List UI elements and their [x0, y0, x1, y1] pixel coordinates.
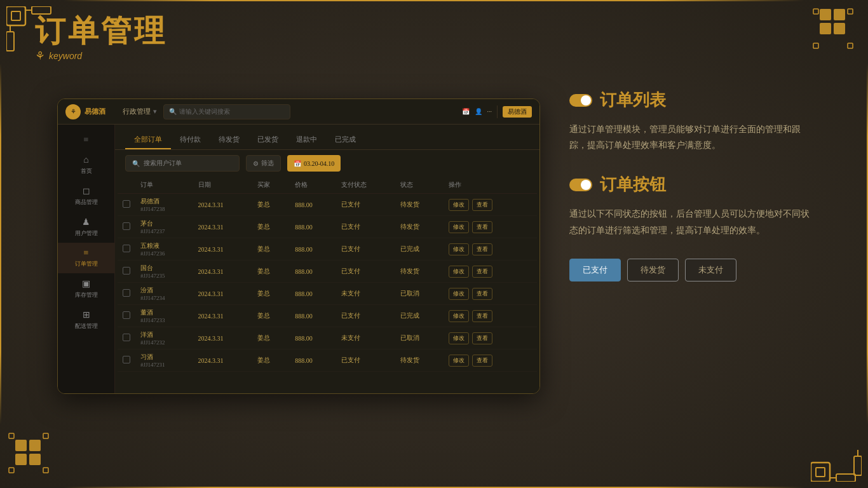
- sidebar-item-products[interactable]: ◻ 商品管理: [58, 180, 114, 212]
- table-row: 董酒 #JJ147233 2024.3.31 姜总 888.00 已支付 已完成…: [118, 305, 537, 327]
- view-btn-6[interactable]: 查看: [472, 332, 492, 344]
- edit-btn-7[interactable]: 修改: [449, 355, 469, 367]
- order-table-wrapper: 订单 日期 买家 价格 支付状态 状态 操作 易德酒 #JJ147238 20: [115, 177, 539, 372]
- row-status-3: 待发货: [395, 261, 444, 283]
- row-order-5: 董酒 #JJ147233: [135, 305, 193, 327]
- row-pay-status-2: 已支付: [336, 238, 395, 261]
- th-buyer: 买家: [252, 177, 290, 194]
- sidebar-item-home[interactable]: ⌂ 首页: [58, 150, 114, 180]
- corner-bl-decoration: [6, 431, 57, 482]
- edit-btn-4[interactable]: 修改: [449, 288, 469, 300]
- table-row: 国台 #JJ147235 2024.3.31 姜总 888.00 已支付 待发货…: [118, 261, 537, 283]
- search-icon-small: 🔍: [132, 160, 140, 167]
- page-title: 订单管理: [35, 16, 167, 46]
- app-body: ≡ ⌂ 首页 ◻ 商品管理 ♟ 用户管理 ≡ 订单管理 ▣ 库存管理: [58, 125, 539, 393]
- sidebar-item-orders[interactable]: ≡ 订单管理: [58, 243, 114, 273]
- edit-btn-5[interactable]: 修改: [449, 310, 469, 322]
- row-actions-4: 修改 查看: [444, 283, 537, 305]
- section1-header: 订单列表: [569, 89, 811, 111]
- view-btn-5[interactable]: 查看: [472, 310, 492, 322]
- sidebar: ≡ ⌂ 首页 ◻ 商品管理 ♟ 用户管理 ≡ 订单管理 ▣ 库存管理: [58, 125, 115, 393]
- sidebar-inventory-label: 库存管理: [75, 291, 98, 299]
- view-btn-7[interactable]: 查看: [472, 355, 492, 367]
- inventory-icon: ▣: [82, 278, 90, 289]
- row-price-5: 888.00: [290, 305, 336, 327]
- row-checkbox-0[interactable]: [118, 194, 135, 216]
- svg-rect-18: [9, 433, 14, 438]
- table-header-row: 订单 日期 买家 价格 支付状态 状态 操作: [118, 177, 537, 194]
- edit-btn-2[interactable]: 修改: [449, 243, 469, 255]
- row-status-0: 待发货: [395, 194, 444, 216]
- edit-btn-6[interactable]: 修改: [449, 332, 469, 344]
- th-order: 订单: [135, 177, 193, 194]
- corner-tr-decoration: [811, 6, 862, 57]
- more-icon[interactable]: ···: [487, 108, 492, 115]
- view-btn-2[interactable]: 查看: [472, 243, 492, 255]
- tab-bar: 全部订单 待付款 待发货 已发货 退款中 已完成: [115, 125, 539, 150]
- row-checkbox-1[interactable]: [118, 216, 135, 238]
- sidebar-item-inventory[interactable]: ▣ 库存管理: [58, 273, 114, 304]
- table-row: 汾酒 #JJ147234 2024.3.31 姜总 888.00 未支付 已取消…: [118, 283, 537, 305]
- row-pay-status-1: 已支付: [336, 216, 395, 238]
- table-row: 茅台 #JJ147237 2024.3.31 姜总 888.00 已支付 待发货…: [118, 216, 537, 238]
- row-pay-status-7: 已支付: [336, 349, 395, 372]
- row-actions-7: 修改 查看: [444, 349, 537, 372]
- unpaid-status-button[interactable]: 未支付: [685, 259, 736, 281]
- edit-btn-1[interactable]: 修改: [449, 221, 469, 233]
- logo-text: 易德酒: [85, 107, 105, 116]
- svg-rect-21: [43, 468, 48, 473]
- tab-pending-pay[interactable]: 待付款: [171, 131, 210, 149]
- date-filter-button[interactable]: 📅 03.20-04.10: [287, 155, 341, 172]
- row-checkbox-6[interactable]: [118, 327, 135, 349]
- row-date-0: 2024.3.31: [193, 194, 252, 216]
- row-date-3: 2024.3.31: [193, 261, 252, 283]
- row-price-6: 888.00: [290, 327, 336, 349]
- row-order-3: 国台 #JJ147235: [135, 261, 193, 283]
- tab-refunding[interactable]: 退款中: [287, 131, 326, 149]
- app-window: ⚘ 易德酒 行政管理 ▾ 🔍 请输入关键词搜索 📅 👤 ··· 易德酒 ≡ ⌂ …: [57, 98, 540, 394]
- header-search-bar[interactable]: 🔍 请输入关键词搜索: [163, 104, 290, 119]
- subtitle-text: keyword: [49, 51, 82, 61]
- section2-desc: 通过以下不同状态的按钮，后台管理人员可以方便地对不同状态的订单进行筛选和管理，提…: [569, 206, 811, 238]
- view-btn-4[interactable]: 查看: [472, 288, 492, 300]
- row-date-1: 2024.3.31: [193, 216, 252, 238]
- svg-rect-9: [834, 23, 845, 34]
- sidebar-item-users[interactable]: ♟ 用户管理: [58, 212, 114, 243]
- view-btn-1[interactable]: 查看: [472, 221, 492, 233]
- section2-title: 订单按钮: [600, 173, 666, 196]
- user-icon[interactable]: 👤: [475, 108, 482, 115]
- avatar-button[interactable]: 易德酒: [503, 106, 532, 118]
- filter-label: 筛选: [261, 159, 274, 168]
- svg-rect-11: [848, 9, 853, 14]
- home-icon: ⌂: [83, 155, 88, 165]
- row-checkbox-7[interactable]: [118, 349, 135, 372]
- th-pay-status: 支付状态: [336, 177, 395, 194]
- tab-shipped[interactable]: 已发货: [248, 131, 287, 149]
- appointment-icon[interactable]: 📅: [462, 108, 470, 115]
- edit-btn-3[interactable]: 修改: [449, 266, 469, 278]
- tab-pending-ship[interactable]: 待发货: [210, 131, 248, 149]
- row-checkbox-4[interactable]: [118, 283, 135, 305]
- main-content: 全部订单 待付款 待发货 已发货 退款中 已完成 🔍 搜索用户订单 ⚙ 筛选 📅: [115, 125, 539, 393]
- tab-completed[interactable]: 已完成: [326, 131, 365, 149]
- row-checkbox-3[interactable]: [118, 261, 135, 283]
- view-btn-0[interactable]: 查看: [472, 199, 492, 211]
- row-date-2: 2024.3.31: [193, 238, 252, 261]
- row-checkbox-2[interactable]: [118, 238, 135, 261]
- pending-ship-status-button[interactable]: 待发货: [627, 259, 679, 281]
- view-btn-3[interactable]: 查看: [472, 266, 492, 278]
- row-checkbox-5[interactable]: [118, 305, 135, 327]
- sidebar-users-label: 用户管理: [75, 229, 98, 238]
- sidebar-item-delivery[interactable]: ⊞ 配送管理: [58, 304, 114, 336]
- filter-button[interactable]: ⚙ 筛选: [246, 155, 281, 172]
- sidebar-toggle-btn[interactable]: ≡: [58, 130, 114, 150]
- tab-all-orders[interactable]: 全部订单: [125, 131, 171, 149]
- paid-status-button[interactable]: 已支付: [569, 259, 621, 281]
- filter-icon: ⚙: [253, 160, 259, 167]
- sidebar-home-label: 首页: [81, 167, 92, 175]
- edit-btn-0[interactable]: 修改: [449, 199, 469, 211]
- order-search-input[interactable]: 🔍 搜索用户订单: [125, 155, 240, 172]
- svg-rect-20: [9, 468, 14, 473]
- row-buyer-3: 姜总: [252, 261, 290, 283]
- nav-admin-item[interactable]: 行政管理 ▾: [123, 107, 157, 116]
